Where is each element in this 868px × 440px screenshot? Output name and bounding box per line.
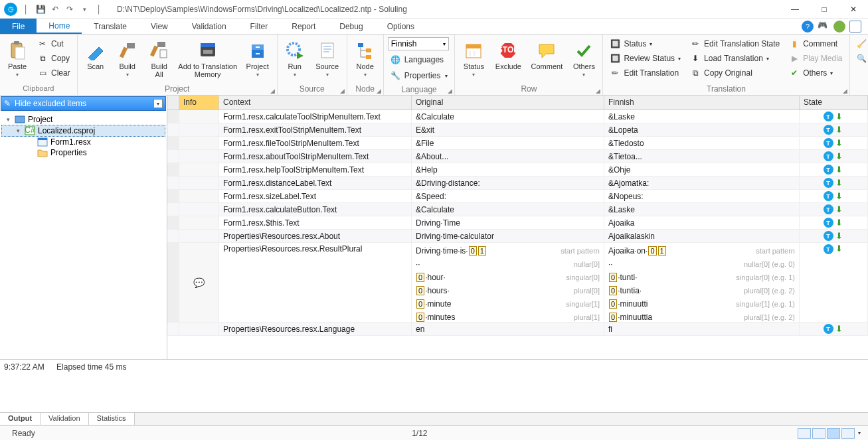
chevron-down-icon[interactable]: ▾ bbox=[153, 99, 163, 108]
find-replace-button[interactable]: 🔍Find_Replace▾ bbox=[854, 52, 868, 65]
copy-button[interactable]: ⧉Copy bbox=[35, 52, 73, 65]
table-row[interactable]: Form1.resx.helpToolStripMenuItem.Text&He… bbox=[167, 163, 868, 177]
cell-finnish[interactable]: &Tiedosto bbox=[604, 137, 800, 149]
tab-validation[interactable]: Validation bbox=[180, 19, 238, 34]
dialog-launcher-icon[interactable]: ◢ bbox=[340, 88, 345, 94]
cell-context[interactable]: Form1.resx.exitToolStripMenuItem.Text bbox=[219, 123, 412, 136]
dialog-launcher-icon[interactable]: ◢ bbox=[843, 88, 847, 94]
cell-finnish[interactable]: &Laske bbox=[604, 203, 800, 216]
undo-icon[interactable]: ↶ bbox=[49, 3, 61, 15]
trans-comment-button[interactable]: ▮Comment bbox=[786, 37, 845, 50]
cut-button[interactable]: ✂Cut bbox=[35, 37, 73, 50]
tab-output[interactable]: Output bbox=[0, 412, 41, 425]
col-finnish[interactable]: Finnish bbox=[604, 96, 800, 110]
build-all-button[interactable]: Build All bbox=[145, 37, 173, 78]
collapse-icon[interactable]: ▾ bbox=[4, 116, 12, 123]
cell-original[interactable]: &File bbox=[412, 137, 604, 149]
col-info[interactable]: Info bbox=[179, 96, 219, 110]
table-row[interactable]: Form1.resx.sizeLabel.Text&Speed:&Nopeus:… bbox=[167, 190, 868, 203]
tree-csproj[interactable]: ▾C#Localized.csproj bbox=[1, 125, 165, 137]
cell-context[interactable]: Form1.resx.helpToolStripMenuItem.Text bbox=[219, 163, 412, 176]
dialog-launcher-icon[interactable]: ◢ bbox=[377, 88, 381, 94]
project-tree[interactable]: ▾Project ▾C#Localized.csproj Form1.resx … bbox=[0, 111, 167, 359]
cell-finnish[interactable]: &Ohje bbox=[604, 163, 800, 176]
cell-original[interactable]: &Calculate bbox=[412, 110, 604, 123]
dialog-launcher-icon[interactable]: ◢ bbox=[596, 88, 600, 94]
cell-original[interactable]: &Calculate bbox=[412, 203, 604, 216]
cell-finnish[interactable]: fi bbox=[604, 323, 800, 335]
table-row[interactable]: Form1.resx.aboutToolStripMenuItem.Text&A… bbox=[167, 150, 868, 163]
tab-translate[interactable]: Translate bbox=[82, 19, 139, 34]
cell-original[interactable]: &About... bbox=[412, 150, 604, 163]
languages-button[interactable]: 🌐Languages bbox=[388, 53, 451, 66]
cell-original[interactable]: &Driving·distance: bbox=[412, 177, 604, 189]
table-row-plural[interactable]: 💬Properties\Resources.resx.ResultPluralD… bbox=[167, 243, 868, 323]
cell-context[interactable]: Properties\Resources.resx.About bbox=[219, 230, 412, 242]
tab-view[interactable]: View bbox=[139, 19, 180, 34]
help-icon[interactable]: ? bbox=[802, 21, 814, 33]
table-row[interactable]: Form1.resx.exitToolStripMenuItem.TextE&x… bbox=[167, 123, 868, 137]
col-context[interactable]: Context bbox=[219, 96, 412, 110]
tab-statistics[interactable]: Statistics bbox=[89, 412, 135, 425]
cell-finnish[interactable]: Ajoaikalaskin bbox=[604, 230, 800, 242]
trans-status-button[interactable]: 🔲Status▾ bbox=[607, 37, 683, 50]
cell-original[interactable]: &Help bbox=[412, 163, 604, 176]
tab-validation[interactable]: Validation bbox=[41, 412, 89, 425]
node-button[interactable]: Node▾ bbox=[351, 37, 379, 78]
row-status-button[interactable]: Status▾ bbox=[459, 37, 488, 78]
view-grid-icon[interactable] bbox=[798, 428, 811, 439]
paste-button[interactable]: Paste ▾ bbox=[4, 37, 31, 78]
cell-original[interactable]: Driving·time·is·01start pattern··nullar[… bbox=[412, 243, 604, 322]
tab-home[interactable]: Home bbox=[37, 19, 82, 34]
build-button[interactable]: Build▾ bbox=[114, 37, 141, 78]
view-form-icon[interactable] bbox=[841, 428, 855, 439]
alien-icon[interactable] bbox=[833, 21, 845, 33]
save-icon[interactable]: 💾 bbox=[35, 3, 46, 15]
cell-context[interactable]: Form1.resx.distanceLabel.Text bbox=[219, 177, 412, 189]
table-row[interactable]: Form1.resx.distanceLabel.Text&Driving·di… bbox=[167, 177, 868, 190]
tab-options[interactable]: Options bbox=[375, 19, 426, 34]
qat-dropdown-icon[interactable]: ▾ bbox=[78, 3, 90, 15]
minimize-button[interactable]: ― bbox=[780, 0, 810, 19]
collapse-icon[interactable]: ▾ bbox=[14, 127, 22, 134]
exclude-button[interactable]: STOPExclude bbox=[492, 37, 524, 70]
language-select[interactable]: Finnish▾ bbox=[388, 37, 449, 50]
dialog-launcher-icon[interactable]: ◢ bbox=[270, 88, 275, 94]
cell-context[interactable]: Form1.resx.fileToolStripMenuItem.Text bbox=[219, 137, 412, 149]
tab-report[interactable]: Report bbox=[280, 19, 327, 34]
cell-original[interactable]: en bbox=[412, 323, 604, 335]
cell-finnish[interactable]: &Laske bbox=[604, 110, 800, 123]
row-others-button[interactable]: Others▾ bbox=[569, 37, 598, 78]
tab-filter[interactable]: Filter bbox=[238, 19, 280, 34]
clear-statuses-button[interactable]: 🧹Clear statuses▾ bbox=[854, 37, 868, 50]
cell-finnish[interactable]: Ajoaika bbox=[604, 216, 800, 229]
monitor-icon[interactable] bbox=[849, 21, 861, 33]
review-status-button[interactable]: 🔲Review Status▾ bbox=[607, 52, 683, 65]
cell-context[interactable]: Form1.resx.$this.Text bbox=[219, 216, 412, 229]
load-translation-button[interactable]: ⬇Load Translation▾ bbox=[687, 52, 782, 65]
cell-context[interactable]: Form1.resx.sizeLabel.Text bbox=[219, 190, 412, 202]
col-selector[interactable] bbox=[167, 96, 179, 110]
tab-file[interactable]: File bbox=[0, 19, 37, 34]
clear-button[interactable]: ▭Clear bbox=[35, 66, 73, 80]
cell-context[interactable]: Properties\Resources.resx.ResultPlural bbox=[219, 243, 412, 322]
edit-state-button[interactable]: ✏Edit Translation State bbox=[687, 37, 782, 50]
table-row[interactable]: Form1.resx.calculateToolStripMenuItem.Te… bbox=[167, 110, 868, 123]
tree-root[interactable]: ▾Project bbox=[1, 114, 165, 125]
cell-context[interactable]: Form1.resx.aboutToolStripMenuItem.Text bbox=[219, 150, 412, 163]
edit-translation-button[interactable]: ✏Edit Translation bbox=[607, 66, 683, 80]
col-state[interactable]: State bbox=[800, 96, 868, 110]
controller-icon[interactable]: 🎮 bbox=[818, 21, 829, 33]
grid-body[interactable]: Form1.resx.calculateToolStripMenuItem.Te… bbox=[167, 110, 868, 359]
chevron-down-icon[interactable]: ▾ bbox=[856, 430, 863, 436]
col-original[interactable]: Original bbox=[412, 96, 604, 110]
cell-finnish[interactable]: &Ajomatka: bbox=[604, 177, 800, 189]
cell-original[interactable]: &Speed: bbox=[412, 190, 604, 202]
lang-properties-button[interactable]: 🔧Properties▾ bbox=[388, 69, 451, 82]
tree-form[interactable]: Form1.resx bbox=[1, 137, 165, 147]
redo-icon[interactable]: ↷ bbox=[64, 3, 76, 15]
trans-others-button[interactable]: ✔Others▾ bbox=[786, 66, 845, 80]
cell-original[interactable]: E&xit bbox=[412, 123, 604, 136]
project-button[interactable]: Project▾ bbox=[242, 37, 273, 78]
cell-finnish[interactable]: Ajoaika·on·01start pattern··nullar[0] (e… bbox=[604, 243, 800, 322]
